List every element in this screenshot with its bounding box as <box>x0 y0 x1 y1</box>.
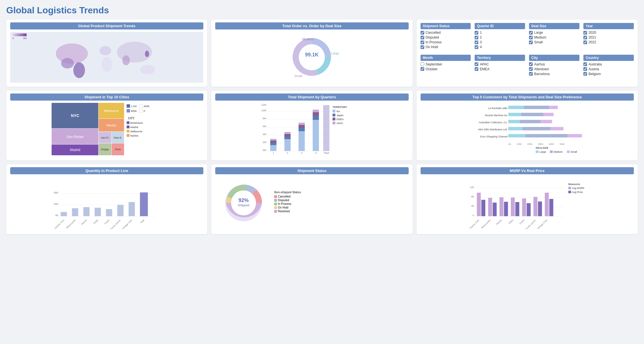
svg-text:EMEA: EMEA <box>336 118 344 121</box>
filter-australia[interactable]: Australia <box>583 62 634 66</box>
filter-apac[interactable]: APAC <box>475 62 525 66</box>
filter-shipment-status: Shipment Status Cancelled Disputed In Pr… <box>421 23 471 52</box>
svg-rect-137 <box>567 150 570 153</box>
svg-rect-177 <box>499 197 503 216</box>
svg-rect-176 <box>492 203 496 216</box>
svg-rect-146 <box>72 208 78 216</box>
filter-cancelled[interactable]: Cancelled <box>421 31 471 35</box>
svg-text:6M: 6M <box>263 125 266 128</box>
svg-rect-75 <box>270 143 276 145</box>
filter-q4[interactable]: 4 <box>475 45 525 49</box>
filter-small-cb[interactable] <box>529 41 533 44</box>
top5-customers-card: Top 5 Customers by Total Shipments and D… <box>417 91 638 160</box>
svg-text:400K: 400K <box>144 105 150 108</box>
filter-2021-cb[interactable] <box>583 36 587 39</box>
filter-onhold[interactable]: On Hold <box>421 45 471 49</box>
filter-q3[interactable]: 3 <box>475 40 525 44</box>
svg-text:APAC: APAC <box>336 122 343 125</box>
filter-austria-cb[interactable] <box>583 67 587 71</box>
svg-rect-44 <box>127 104 130 108</box>
filter-city-label: City <box>529 55 579 61</box>
filter-2020-cb[interactable] <box>583 31 587 35</box>
page-title: Global Logistics Trends <box>6 5 638 16</box>
svg-text:0M: 0M <box>263 149 266 152</box>
filter-inprocess[interactable]: In Process <box>421 40 471 44</box>
svg-text:Nantes: Nantes <box>106 124 116 127</box>
filter-2022[interactable]: 2022 <box>583 40 634 44</box>
filter-belgium[interactable]: Belgium <box>583 72 634 76</box>
svg-point-13 <box>61 58 74 69</box>
filter-2021[interactable]: 2021 <box>583 35 634 39</box>
svg-rect-174 <box>481 200 485 216</box>
filter-emea[interactable]: EMEA <box>475 67 525 71</box>
filter-q2-cb[interactable] <box>475 36 478 39</box>
filter-q4-cb[interactable] <box>475 45 478 49</box>
msrp-chart-svg: 0 40 80 120 <box>421 177 634 229</box>
svg-rect-149 <box>106 209 112 216</box>
filter-sep-cb[interactable] <box>421 62 424 66</box>
svg-text:Small: Small <box>295 74 302 78</box>
filter-cancelled-cb[interactable] <box>421 31 424 35</box>
filter-emea-cb[interactable] <box>475 67 478 71</box>
svg-text:Mini Gifts Distributors Ltd.: Mini Gifts Distributors Ltd. <box>478 128 507 131</box>
filter-q1-cb[interactable] <box>475 31 478 35</box>
filter-barcelona-cb[interactable] <box>529 72 533 76</box>
filter-apac-cb[interactable] <box>475 62 478 66</box>
svg-rect-50 <box>139 109 143 112</box>
svg-rect-124 <box>568 134 582 137</box>
svg-text:0: 0 <box>472 214 474 217</box>
svg-point-20 <box>122 55 130 65</box>
filter-onhold-cb[interactable] <box>421 45 424 49</box>
svg-text:Melbourne: Melbourne <box>104 109 119 112</box>
svg-rect-120 <box>551 127 563 130</box>
svg-text:San Fr.: San Fr. <box>101 136 109 139</box>
filter-australia-cb[interactable] <box>583 62 587 66</box>
filter-inprocess-cb[interactable] <box>421 41 424 44</box>
svg-text:NYC: NYC <box>71 113 79 118</box>
filter-disputed-cb[interactable] <box>421 36 424 39</box>
filter-disputed[interactable]: Disputed <box>421 35 471 39</box>
filter-medium-cb[interactable] <box>529 36 533 39</box>
svg-text:Euro Shopping Channel: Euro Shopping Channel <box>480 135 507 138</box>
filter-austria[interactable]: Austria <box>583 67 634 71</box>
filter-aarhus-cb[interactable] <box>529 62 533 66</box>
svg-rect-184 <box>538 201 542 216</box>
filter-allentown[interactable]: Allentown <box>529 67 579 71</box>
filter-belgium-cb[interactable] <box>583 72 587 76</box>
filter-q2[interactable]: 2 <box>475 35 525 39</box>
filter-large-cb[interactable] <box>529 31 533 35</box>
filter-sep[interactable]: September <box>421 62 471 66</box>
svg-rect-76 <box>270 141 276 143</box>
svg-rect-197 <box>568 191 571 193</box>
svg-rect-173 <box>477 193 481 216</box>
filter-deal-size: Deal Size Large Medium Small <box>529 23 579 52</box>
svg-text:Madrid: Madrid <box>130 126 138 129</box>
filter-medium[interactable]: Medium <box>529 35 579 39</box>
filter-oct-cb[interactable] <box>421 67 424 71</box>
filter-oct[interactable]: October <box>421 67 471 71</box>
svg-rect-118 <box>508 127 522 130</box>
svg-rect-74 <box>270 145 276 151</box>
svg-text:1: 1 <box>273 152 274 154</box>
svg-text:40: 40 <box>471 205 474 207</box>
svg-text:2: 2 <box>287 152 288 154</box>
svg-text:New B.: New B. <box>114 136 122 139</box>
svg-text:4M: 4M <box>263 133 266 136</box>
filter-barcelona[interactable]: Barcelona <box>529 72 579 76</box>
svg-rect-81 <box>284 132 291 134</box>
filter-2022-cb[interactable] <box>583 41 587 44</box>
filter-large[interactable]: Large <box>529 31 579 35</box>
filter-q1[interactable]: 1 <box>475 31 525 35</box>
svg-text:99.1K: 99.1K <box>305 52 319 58</box>
filter-aarhus[interactable]: Aarhus <box>529 62 579 66</box>
svg-rect-111 <box>521 113 543 116</box>
svg-text:Madrid: Madrid <box>70 148 80 152</box>
filter-small[interactable]: Small <box>529 40 579 44</box>
filter-allentown-cb[interactable] <box>529 67 533 71</box>
svg-rect-135 <box>550 150 553 153</box>
svg-rect-123 <box>525 134 568 137</box>
svg-rect-106 <box>508 106 524 109</box>
filter-q3-cb[interactable] <box>475 41 478 44</box>
filter-2020[interactable]: 2020 <box>583 31 634 35</box>
svg-rect-87 <box>313 116 319 120</box>
